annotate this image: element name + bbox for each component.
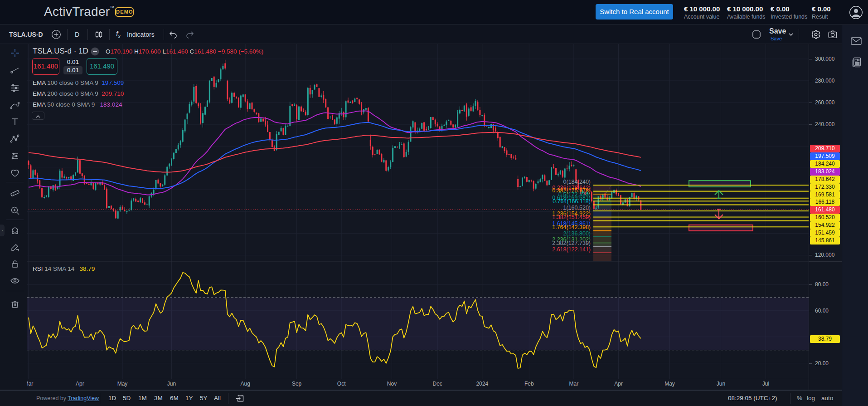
- svg-text:0(184.240): 0(184.240): [563, 179, 591, 185]
- svg-text:2(136.800): 2(136.800): [563, 230, 591, 237]
- svg-text:1.382(151.459): 1.382(151.459): [552, 214, 591, 220]
- svg-text:2.382(127.739): 2.382(127.739): [552, 240, 591, 246]
- svg-text:1.764(142.398): 1.764(142.398): [552, 224, 591, 230]
- svg-text:2.618(122.141): 2.618(122.141): [552, 246, 591, 253]
- svg-text:1(160.520): 1(160.520): [563, 205, 591, 211]
- svg-text:0.764(166.118): 0.764(166.118): [553, 198, 591, 205]
